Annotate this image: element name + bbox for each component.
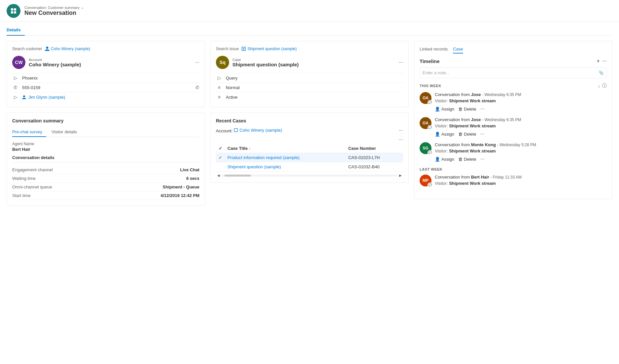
issue-name-link[interactable]: Shipment question (sample) [247, 47, 296, 51]
timeline-from-row: Conversation from Bert Hair - Friday 11:… [435, 175, 607, 180]
conv-details-heading: Conversation details [12, 155, 199, 162]
sort-down-button[interactable]: ↓ [598, 83, 600, 89]
case-type-icon: ▷ [216, 75, 223, 81]
timeline-item-content: Conversation from Jose - Wednesday 6:35 … [435, 117, 607, 137]
timeline-item: OA 💬 Conversation from Jose - Wednesday … [420, 92, 607, 112]
account-details: Account Coho Winery (sample) [29, 58, 81, 67]
visitor-value: Shipment Work stream [449, 181, 496, 186]
case-name[interactable]: Shipment question (sample) [232, 62, 299, 67]
note-placeholder: Enter a note... [423, 70, 450, 75]
svg-rect-1 [14, 8, 16, 11]
engagement-label: Engagement channel [12, 167, 53, 172]
waiting-row: Waiting time 6 secs [12, 174, 199, 183]
svg-rect-2 [11, 11, 13, 14]
queue-label: Omni-channel queue [12, 184, 52, 189]
assign-icon: 👤 [435, 157, 440, 162]
chevron-down-icon[interactable]: ⌄ [81, 5, 84, 10]
sort-icon: ↕ [249, 147, 251, 150]
assign-button[interactable]: 👤 Assign [435, 132, 454, 137]
rc-more-button[interactable]: ··· [399, 127, 403, 133]
rc-options-button[interactable]: ··· [399, 137, 403, 143]
table-row[interactable]: Shipment question (sample) CAS-01032-B40 [216, 162, 403, 172]
timeline-header: Timeline + ··· [420, 58, 607, 64]
svg-rect-3 [14, 11, 16, 14]
agent-label: Agent Name [12, 142, 199, 146]
cases-table: ✓ Case Title ↕ Case Number [216, 144, 403, 172]
scroll-right-arrow[interactable]: ▶ [398, 174, 403, 177]
check-col-header: ✓ [216, 144, 225, 153]
account-more-button[interactable]: ··· [195, 59, 199, 65]
rc-account-info: Account: Coho Winery (sample) [216, 128, 282, 133]
scroll-left-arrow[interactable]: ◀ [216, 174, 221, 177]
search-issue-label: Search issue [216, 47, 239, 51]
visitor-value: Shipment Work stream [449, 149, 496, 153]
rc-account-link[interactable]: Coho Winery (sample) [234, 128, 282, 133]
status-row: ≡ Active [216, 92, 403, 102]
svg-rect-4 [234, 128, 238, 132]
scrollbar-track[interactable] [221, 175, 398, 177]
assign-button[interactable]: 👤 Assign [435, 157, 454, 162]
issue-link[interactable]: Shipment question (sample) [241, 47, 296, 51]
city-value: Phoenix [22, 76, 199, 81]
issue-card: Search issue Shipment question (sample) … [210, 41, 409, 107]
tab-prechat-survey[interactable]: Pre-chat survey [12, 127, 46, 137]
account-name[interactable]: Coho Winery (sample) [29, 62, 81, 67]
tl-time: - Friday 11:33 AM [490, 175, 522, 180]
case-type-value: Query [226, 76, 403, 81]
timeline-more-button[interactable]: ··· [602, 58, 607, 64]
agent-value: Bert Hair [12, 147, 199, 152]
avatar: OA 💬 [420, 117, 431, 129]
info-button[interactable]: ⓘ [602, 83, 607, 89]
item-more-button[interactable]: ··· [480, 106, 485, 112]
timeline-item-content: Conversation from Monte Kong - Wednesday… [435, 142, 607, 162]
contact-link[interactable]: Jim Glynn (sample) [22, 95, 199, 100]
subtitle-text: Conversation: Customer summary [24, 6, 80, 10]
tab-linked-records[interactable]: Linked records [420, 47, 448, 53]
queue-row: Omni-channel queue Shipment - Queue [12, 183, 199, 191]
visitor-label: Visitor: [435, 181, 448, 186]
cases-table-scroll[interactable]: ✓ Case Title ↕ Case Number [216, 144, 403, 172]
delete-button[interactable]: 🗑 Delete [458, 107, 476, 112]
tl-time: - Wednesday 6:35 PM [482, 92, 521, 97]
tab-visitor-details[interactable]: Visitor details [52, 127, 81, 137]
note-input-area[interactable]: Enter a note... 📎 [420, 67, 607, 78]
row-case-title[interactable]: Product information required (sample) [225, 153, 346, 162]
contact-icon: ▷ [12, 94, 19, 100]
case-more-button[interactable]: ··· [399, 59, 403, 65]
page-title: New Conversation [24, 10, 84, 17]
row-case-title[interactable]: Shipment question (sample) [225, 162, 346, 172]
delete-button[interactable]: 🗑 Delete [458, 132, 476, 137]
tab-details[interactable]: Details [7, 25, 25, 36]
start-time-value: 4/12/2019 12:42 PM [160, 193, 199, 198]
item-more-button[interactable]: ··· [480, 156, 485, 162]
visitor-label: Visitor: [435, 149, 448, 153]
delete-button[interactable]: 🗑 Delete [458, 157, 476, 162]
phone-call-icon[interactable]: ✆ [195, 85, 199, 90]
customer-link[interactable]: Coho Winery (sample) [45, 47, 90, 51]
tab-case[interactable]: Case [453, 47, 463, 53]
timeline-item: MP 💬 Conversation from Bert Hair - Frida… [420, 175, 607, 188]
horizontal-scrollbar[interactable]: ◀ ▶ [216, 174, 403, 177]
header-subtitle: Conversation: Customer summary ⌄ [24, 5, 84, 10]
delete-icon: 🗑 [458, 132, 463, 137]
tl-time: - Wednesday 5:28 PM [497, 143, 536, 147]
customer-name-link[interactable]: Coho Winery (sample) [51, 47, 90, 51]
case-title-header[interactable]: Case Title ↕ [225, 144, 346, 153]
tl-from-name: Jose [471, 117, 481, 122]
case-number-header[interactable]: Case Number [346, 144, 403, 153]
contact-name[interactable]: Jim Glynn (sample) [28, 95, 65, 100]
customer-search-row: Search customer Coho Winery (sample) [12, 47, 199, 51]
scrollbar-thumb[interactable] [224, 175, 251, 177]
tl-action-row: 👤 Assign 🗑 Delete ··· [435, 156, 607, 162]
table-row[interactable]: ✓ Product information required (sample) … [216, 153, 403, 162]
query-row: ▷ Query [216, 73, 403, 83]
avatar-badge: 💬 [428, 182, 432, 187]
attachment-icon[interactable]: 📎 [599, 70, 604, 75]
tl-time: - Wednesday 6:35 PM [482, 117, 521, 122]
rc-account-name[interactable]: Coho Winery (sample) [239, 128, 282, 133]
waiting-label: Waiting time [12, 176, 36, 181]
assign-button[interactable]: 👤 Assign [435, 107, 454, 112]
timeline-add-button[interactable]: + [597, 58, 600, 64]
case-avatar: Sq [216, 56, 229, 69]
item-more-button[interactable]: ··· [480, 131, 485, 137]
